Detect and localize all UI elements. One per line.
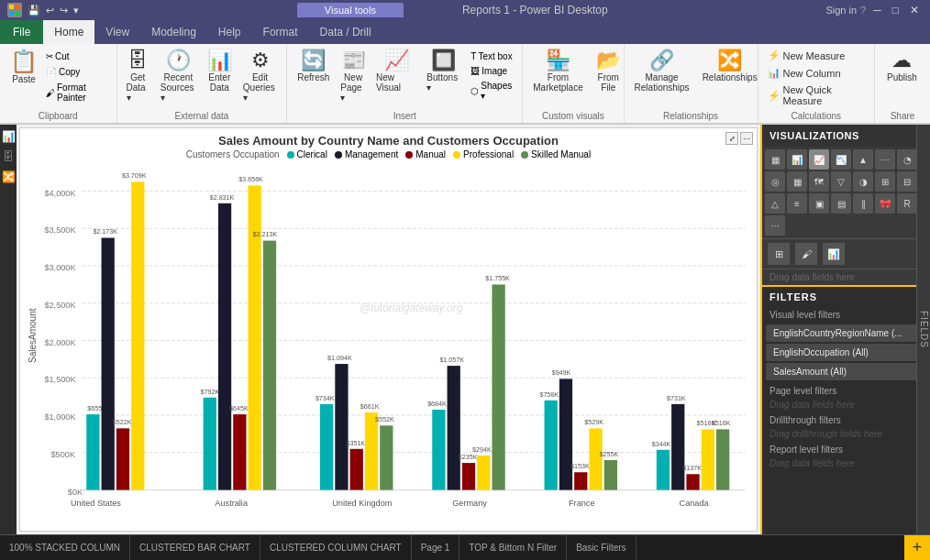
viz-icon-matrix[interactable]: ⊟ — [897, 171, 917, 192]
tab-help[interactable]: Help — [207, 20, 252, 44]
legend-dot-management — [335, 151, 342, 159]
svg-text:$294K: $294K — [472, 446, 492, 454]
copy-button[interactable]: 📄 Copy — [44, 65, 111, 79]
bottom-tab-top-bottom[interactable]: TOP & Bittom N Filter — [459, 535, 567, 561]
new-measure-button[interactable]: ⚡ New Measure — [764, 48, 869, 63]
sidebar-icon-model[interactable]: 🔀 — [2, 170, 16, 183]
tab-data-drill[interactable]: Data / Drill — [309, 20, 382, 44]
analytics-area-icon[interactable]: 📊 — [823, 243, 845, 265]
add-tab-button[interactable]: + — [904, 535, 930, 561]
sidebar-icon-data[interactable]: 🗄 — [3, 150, 14, 163]
new-column-button[interactable]: 📊 New Column — [764, 65, 869, 81]
calculations-group-label: Calculations — [758, 111, 874, 121]
new-quick-measure-button[interactable]: ⚡ New Quick Measure — [764, 82, 869, 108]
svg-text:$1,500K: $1,500K — [44, 375, 75, 384]
viz-icon-r[interactable]: R — [897, 193, 917, 214]
save-icon[interactable]: 💾 — [28, 5, 40, 16]
tab-format[interactable]: Format — [252, 20, 309, 44]
minimize-button[interactable]: ─ — [869, 4, 885, 16]
viz-icon-bar[interactable]: ▦ — [765, 149, 785, 170]
buttons-button[interactable]: 🔲 Buttons ▾ — [423, 46, 464, 108]
tab-file[interactable]: File — [0, 20, 43, 44]
svg-rect-24 — [102, 238, 115, 490]
filter-occupation-item[interactable]: EnglishOccupation (All) — [766, 344, 926, 361]
shapes-button[interactable]: ⬡ Shapes ▾ — [467, 79, 516, 103]
publish-button[interactable]: ☁ Publish — [882, 46, 922, 108]
viz-icon-gauge[interactable]: ◑ — [853, 171, 873, 192]
svg-text:$731K: $731K — [667, 395, 686, 402]
refresh-button[interactable]: 🔄 Refresh — [293, 46, 334, 108]
viz-icon-donut[interactable]: ◎ — [765, 171, 785, 192]
cut-button[interactable]: ✂ Cut — [44, 49, 111, 63]
filter-sales-item[interactable]: SalesAmount (All) — [766, 363, 926, 380]
filter-country-item[interactable]: EnglishCountryRegionName (... — [766, 324, 926, 342]
viz-icon-line[interactable]: 📉 — [831, 149, 851, 170]
new-visual-button[interactable]: 📈 New Visual — [372, 46, 420, 108]
svg-rect-3 — [16, 11, 20, 16]
clipboard-group-label: Clipboard — [0, 111, 116, 121]
more-options-button[interactable]: ⋯ — [740, 132, 753, 145]
viz-icon-multirow[interactable]: ▤ — [831, 193, 851, 214]
viz-icon-kpi[interactable]: △ — [765, 193, 785, 214]
drag-data-fields-label: Drag data fields here — [762, 269, 930, 285]
redo-icon[interactable]: ↪ — [60, 5, 68, 16]
svg-rect-61 — [492, 284, 504, 489]
bottom-tab-clustered-bar[interactable]: CLUSTERED BAR CHART — [130, 535, 260, 561]
format-area-icon[interactable]: 🖌 — [795, 243, 817, 265]
sign-in-link[interactable]: Sign in — [825, 5, 857, 16]
viz-icon-table[interactable]: ⊞ — [875, 171, 895, 192]
relationships-button[interactable]: 🔀 Relationships — [698, 46, 762, 108]
viz-icon-area[interactable]: ▲ — [853, 149, 873, 170]
bottom-tab-basic-filters[interactable]: Basic Filters — [567, 535, 636, 561]
viz-icon-column-active[interactable]: 📈 — [809, 149, 829, 170]
text-box-button[interactable]: T Text box — [467, 49, 516, 63]
new-page-button[interactable]: 📰 New Page ▾ — [337, 46, 370, 108]
fields-tab[interactable]: FIELDS — [916, 125, 930, 534]
app-icon — [7, 3, 22, 17]
help-icon[interactable]: ? — [860, 5, 866, 16]
sidebar-icon-report[interactable]: 📊 — [2, 130, 16, 143]
tab-modeling[interactable]: Modeling — [140, 20, 207, 44]
image-button[interactable]: 🖼 Image — [467, 64, 516, 78]
tab-home[interactable]: Home — [43, 20, 94, 44]
viz-icon-slicer[interactable]: ≡ — [787, 193, 807, 214]
bottom-tab-stacked-column[interactable]: 100% STACKED COLUMN — [0, 535, 130, 561]
tab-view[interactable]: View — [94, 20, 140, 44]
viz-icon-funnel[interactable]: ▽ — [831, 171, 851, 192]
viz-icon-ribbon[interactable]: 🎀 — [875, 193, 895, 214]
bottom-tab-clustered-column[interactable]: CLUSTERED COLUMN CHART — [260, 535, 412, 561]
viz-icon-map[interactable]: 🗺 — [809, 171, 829, 192]
filters-title: FILTERS — [762, 287, 930, 307]
enter-data-button[interactable]: 📊 Enter Data — [204, 46, 236, 108]
viz-icon-treemap[interactable]: ▦ — [787, 171, 807, 192]
svg-text:$1.094K: $1.094K — [327, 355, 352, 362]
viz-icon-more[interactable]: ⋯ — [765, 215, 785, 236]
legend-dot-professional — [453, 151, 460, 159]
page-level-filters-label: Page level filters — [762, 382, 930, 398]
left-sidebar: 📊 🗄 🔀 — [0, 125, 17, 534]
from-marketplace-button[interactable]: 🏪 From Marketplace — [528, 46, 587, 108]
close-button[interactable]: ✕ — [906, 4, 923, 16]
undo-icon[interactable]: ↩ — [46, 5, 54, 16]
recent-sources-button[interactable]: 🕐 Recent Sources ▾ — [157, 46, 200, 108]
viz-icon-waterfall[interactable]: ∥ — [853, 193, 873, 214]
maximize-button[interactable]: □ — [889, 4, 902, 16]
fields-area-icon[interactable]: ⊞ — [768, 243, 790, 265]
viz-icon-column[interactable]: 📊 — [787, 149, 807, 170]
format-painter-button[interactable]: 🖌 Format Painter — [44, 81, 111, 104]
svg-rect-39 — [263, 241, 276, 490]
focus-mode-button[interactable]: ⤢ — [725, 132, 738, 145]
paste-button[interactable]: 📋 Paste — [6, 46, 42, 108]
svg-text:Australia: Australia — [215, 499, 249, 508]
svg-text:$1,000K: $1,000K — [44, 412, 75, 422]
viz-icon-pie[interactable]: ◔ — [897, 149, 917, 170]
edit-queries-button[interactable]: ⚙ Edit Queries ▾ — [239, 46, 281, 108]
get-data-button[interactable]: 🗄 Get Data ▾ — [123, 46, 153, 108]
manage-relationships-button[interactable]: 🔗 Manage Relationships — [630, 46, 694, 108]
svg-text:$3.709K: $3.709K — [122, 172, 147, 180]
viz-icon-card[interactable]: ▣ — [809, 193, 829, 214]
viz-icon-scatter[interactable]: ⋯ — [875, 149, 895, 170]
svg-text:United States: United States — [71, 499, 121, 508]
bottom-tab-page1[interactable]: Page 1 — [412, 535, 460, 561]
from-file-button[interactable]: 📂 From File — [592, 46, 626, 108]
